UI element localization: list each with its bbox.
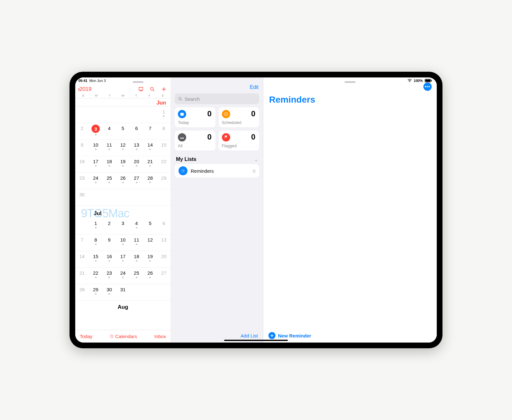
card-all[interactable]: 0 All bbox=[175, 131, 216, 151]
back-year-label: 2019 bbox=[79, 86, 91, 92]
day-number: 10 bbox=[120, 237, 126, 243]
day-number: 25 bbox=[134, 270, 139, 276]
day-cell[interactable]: 21 bbox=[143, 156, 157, 173]
calendar-scroll[interactable]: Jun 123456789101112131415161718192021222… bbox=[75, 98, 171, 330]
day-cell[interactable]: 23 bbox=[102, 268, 116, 284]
multitask-grabber[interactable] bbox=[345, 81, 355, 83]
day-number: 7 bbox=[81, 237, 83, 243]
view-toggle-button[interactable] bbox=[138, 86, 144, 92]
day-cell[interactable]: 28 bbox=[75, 284, 89, 301]
search-button[interactable] bbox=[150, 86, 155, 92]
day-cell[interactable]: 26 bbox=[116, 173, 130, 189]
day-cell[interactable]: 2 bbox=[75, 123, 89, 140]
day-cell bbox=[143, 189, 157, 206]
day-cell[interactable]: 14 bbox=[143, 140, 157, 156]
day-number: 16 bbox=[106, 254, 112, 259]
day-cell[interactable]: 5 bbox=[143, 218, 157, 235]
back-year-button[interactable]: ‹ 2019 bbox=[78, 86, 91, 93]
day-cell[interactable]: 12 bbox=[116, 140, 130, 156]
day-cell[interactable]: 15 bbox=[89, 251, 103, 268]
day-cell[interactable]: 18 bbox=[102, 156, 116, 173]
plus-icon bbox=[161, 86, 167, 92]
search-input[interactable]: Search bbox=[175, 93, 259, 104]
day-cell[interactable]: 27 bbox=[157, 268, 171, 284]
day-cell[interactable]: 25 bbox=[102, 173, 116, 189]
day-cell[interactable]: 30 bbox=[102, 284, 116, 301]
day-cell[interactable]: 16 bbox=[75, 156, 89, 173]
day-cell[interactable]: 27 bbox=[130, 173, 143, 189]
day-cell[interactable]: 13 bbox=[130, 140, 143, 156]
weekday-label: S bbox=[77, 94, 90, 97]
more-button[interactable]: ••• bbox=[423, 83, 432, 91]
add-event-button[interactable] bbox=[161, 86, 167, 92]
day-cell[interactable]: 23 bbox=[75, 173, 89, 189]
day-cell[interactable]: 29 bbox=[157, 173, 171, 189]
day-cell[interactable]: 8 bbox=[89, 235, 103, 251]
day-cell[interactable]: 24 bbox=[116, 268, 130, 284]
day-cell[interactable]: 30 bbox=[75, 189, 89, 206]
day-cell[interactable]: 29 bbox=[89, 284, 103, 301]
day-cell[interactable]: 6 bbox=[130, 123, 143, 140]
day-cell[interactable]: 15 bbox=[157, 140, 171, 156]
day-cell[interactable]: 3 bbox=[116, 218, 130, 235]
list-row-reminders[interactable]: Reminders 0 bbox=[175, 164, 259, 177]
inbox-button[interactable]: Inbox bbox=[154, 334, 166, 339]
multitask-grabber[interactable] bbox=[133, 81, 143, 83]
my-lists-header[interactable]: My Lists ⌄ bbox=[171, 152, 263, 164]
event-dot-icon bbox=[95, 165, 97, 167]
day-cell[interactable]: 20 bbox=[157, 251, 171, 268]
day-cell[interactable]: 9 bbox=[75, 140, 89, 156]
day-cell[interactable]: 3 bbox=[89, 123, 103, 140]
day-cell[interactable]: 19 bbox=[116, 156, 130, 173]
day-cell[interactable]: 31 bbox=[116, 284, 130, 301]
day-cell[interactable]: 9 bbox=[102, 235, 116, 251]
day-cell[interactable]: 1 bbox=[89, 218, 103, 235]
day-cell[interactable]: 17 bbox=[116, 251, 130, 268]
day-cell[interactable]: 11 bbox=[130, 235, 143, 251]
new-reminder-button[interactable]: ＋ New Reminder bbox=[263, 329, 437, 343]
day-cell[interactable]: 13 bbox=[157, 235, 171, 251]
day-cell[interactable]: 7 bbox=[143, 123, 157, 140]
day-cell bbox=[143, 106, 157, 123]
svg-rect-12 bbox=[180, 113, 184, 114]
day-cell bbox=[130, 106, 143, 123]
day-cell[interactable]: 18 bbox=[130, 251, 143, 268]
day-cell[interactable]: 16 bbox=[102, 251, 116, 268]
day-cell[interactable]: 5 bbox=[116, 123, 130, 140]
day-cell[interactable]: 4 bbox=[102, 123, 116, 140]
day-cell[interactable]: 7 bbox=[75, 235, 89, 251]
battery-percent: 100% bbox=[414, 79, 423, 83]
day-cell[interactable]: 10 bbox=[116, 235, 130, 251]
edit-button[interactable]: Edit bbox=[250, 84, 259, 90]
today-button[interactable]: Today bbox=[80, 334, 92, 339]
day-cell[interactable]: 22 bbox=[89, 268, 103, 284]
day-cell[interactable]: 22 bbox=[157, 156, 171, 173]
day-cell[interactable]: 1 bbox=[157, 106, 171, 123]
card-today[interactable]: 0 Today bbox=[175, 107, 216, 127]
day-cell[interactable]: 26 bbox=[143, 268, 157, 284]
day-cell[interactable]: 4 bbox=[130, 218, 143, 235]
day-cell[interactable]: 8 bbox=[157, 123, 171, 140]
home-indicator[interactable] bbox=[224, 340, 288, 341]
day-number: 24 bbox=[93, 175, 99, 181]
card-scheduled[interactable]: 0 Scheduled bbox=[219, 107, 260, 127]
day-cell[interactable]: 17 bbox=[89, 156, 103, 173]
day-cell[interactable]: 19 bbox=[143, 251, 157, 268]
day-cell[interactable]: 10 bbox=[89, 140, 103, 156]
day-cell[interactable]: 11 bbox=[102, 140, 116, 156]
day-cell[interactable]: 20 bbox=[130, 156, 143, 173]
day-cell[interactable]: 2 bbox=[102, 218, 116, 235]
day-number: 11 bbox=[134, 237, 139, 243]
day-cell[interactable]: 24 bbox=[89, 173, 103, 189]
day-cell[interactable]: 21 bbox=[75, 268, 89, 284]
day-cell[interactable]: 25 bbox=[130, 268, 143, 284]
day-cell[interactable]: 14 bbox=[75, 251, 89, 268]
day-cell[interactable]: 28 bbox=[143, 173, 157, 189]
weekday-row: S M T W T F S bbox=[75, 94, 171, 98]
day-number: 31 bbox=[120, 287, 126, 292]
card-flagged[interactable]: 0 Flagged bbox=[219, 131, 260, 151]
day-cell[interactable]: 12 bbox=[143, 235, 157, 251]
event-dot-icon bbox=[149, 277, 151, 278]
day-cell[interactable]: 6 bbox=[157, 218, 171, 235]
calendars-button[interactable]: Calendars bbox=[110, 334, 137, 339]
